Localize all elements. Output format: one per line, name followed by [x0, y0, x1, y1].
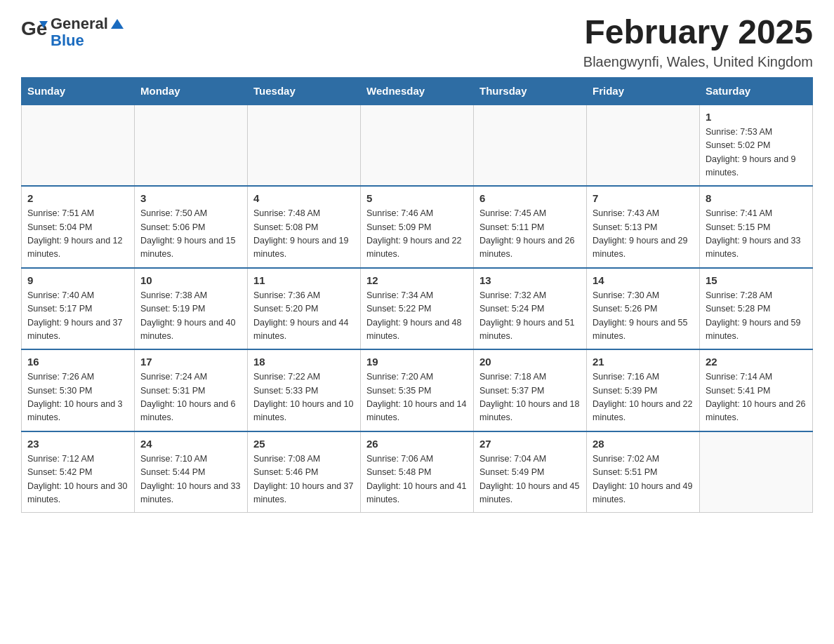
day-info: Sunrise: 7:08 AM Sunset: 5:46 PM Dayligh…	[253, 452, 355, 507]
col-saturday: Saturday	[700, 77, 813, 105]
table-row: 17Sunrise: 7:24 AM Sunset: 5:31 PM Dayli…	[135, 349, 248, 431]
day-info: Sunrise: 7:43 AM Sunset: 5:13 PM Dayligh…	[593, 207, 694, 262]
day-info: Sunrise: 7:34 AM Sunset: 5:22 PM Dayligh…	[366, 289, 468, 344]
table-row: 14Sunrise: 7:30 AM Sunset: 5:26 PM Dayli…	[587, 268, 700, 350]
table-row: 27Sunrise: 7:04 AM Sunset: 5:49 PM Dayli…	[474, 431, 587, 513]
table-row: 9Sunrise: 7:40 AM Sunset: 5:17 PM Daylig…	[22, 268, 135, 350]
day-number: 2	[27, 192, 128, 204]
day-info: Sunrise: 7:46 AM Sunset: 5:09 PM Dayligh…	[366, 207, 468, 262]
day-number: 1	[706, 111, 807, 123]
table-row: 13Sunrise: 7:32 AM Sunset: 5:24 PM Dayli…	[474, 268, 587, 350]
day-info: Sunrise: 7:36 AM Sunset: 5:20 PM Dayligh…	[253, 289, 355, 344]
table-row: 16Sunrise: 7:26 AM Sunset: 5:30 PM Dayli…	[22, 349, 135, 431]
table-row: 2Sunrise: 7:51 AM Sunset: 5:04 PM Daylig…	[22, 186, 135, 268]
col-sunday: Sunday	[22, 77, 135, 105]
day-info: Sunrise: 7:26 AM Sunset: 5:30 PM Dayligh…	[27, 370, 128, 425]
day-number: 22	[706, 356, 807, 368]
day-info: Sunrise: 7:32 AM Sunset: 5:24 PM Dayligh…	[479, 289, 581, 344]
col-monday: Monday	[135, 77, 248, 105]
day-number: 5	[366, 192, 468, 204]
month-title: February 2025	[583, 14, 813, 51]
table-row: 24Sunrise: 7:10 AM Sunset: 5:44 PM Dayli…	[135, 431, 248, 513]
day-number: 8	[706, 192, 807, 204]
svg-text:General: General	[21, 18, 48, 39]
day-number: 6	[479, 192, 581, 204]
logo-triangle-icon	[110, 16, 125, 32]
day-number: 14	[593, 274, 694, 286]
table-row: 10Sunrise: 7:38 AM Sunset: 5:19 PM Dayli…	[135, 268, 248, 350]
day-info: Sunrise: 7:06 AM Sunset: 5:48 PM Dayligh…	[366, 452, 468, 507]
day-info: Sunrise: 7:38 AM Sunset: 5:19 PM Dayligh…	[140, 289, 241, 344]
day-number: 4	[253, 192, 355, 204]
table-row: 1Sunrise: 7:53 AM Sunset: 5:02 PM Daylig…	[700, 105, 813, 187]
day-info: Sunrise: 7:40 AM Sunset: 5:17 PM Dayligh…	[27, 289, 128, 344]
table-row	[361, 105, 474, 187]
day-info: Sunrise: 7:20 AM Sunset: 5:35 PM Dayligh…	[366, 370, 468, 425]
day-number: 27	[479, 438, 581, 450]
day-number: 12	[366, 274, 468, 286]
col-tuesday: Tuesday	[248, 77, 361, 105]
table-row: 20Sunrise: 7:18 AM Sunset: 5:37 PM Dayli…	[474, 349, 587, 431]
page-header: General General Blue February 2025 Blaen…	[21, 14, 813, 70]
day-info: Sunrise: 7:14 AM Sunset: 5:41 PM Dayligh…	[706, 370, 807, 425]
day-number: 7	[593, 192, 694, 204]
col-friday: Friday	[587, 77, 700, 105]
day-info: Sunrise: 7:22 AM Sunset: 5:33 PM Dayligh…	[253, 370, 355, 425]
calendar-week-row: 16Sunrise: 7:26 AM Sunset: 5:30 PM Dayli…	[22, 349, 813, 431]
logo-blue-text: Blue	[51, 32, 84, 49]
table-row: 21Sunrise: 7:16 AM Sunset: 5:39 PM Dayli…	[587, 349, 700, 431]
table-row: 8Sunrise: 7:41 AM Sunset: 5:15 PM Daylig…	[700, 186, 813, 268]
day-info: Sunrise: 7:10 AM Sunset: 5:44 PM Dayligh…	[140, 452, 241, 507]
day-number: 18	[253, 356, 355, 368]
calendar-week-row: 23Sunrise: 7:12 AM Sunset: 5:42 PM Dayli…	[22, 431, 813, 513]
table-row: 15Sunrise: 7:28 AM Sunset: 5:28 PM Dayli…	[700, 268, 813, 350]
table-row	[474, 105, 587, 187]
day-info: Sunrise: 7:18 AM Sunset: 5:37 PM Dayligh…	[479, 370, 581, 425]
table-row: 4Sunrise: 7:48 AM Sunset: 5:08 PM Daylig…	[248, 186, 361, 268]
logo-general-text: General	[51, 15, 108, 32]
svg-marker-2	[111, 19, 124, 29]
day-number: 25	[253, 438, 355, 450]
table-row: 5Sunrise: 7:46 AM Sunset: 5:09 PM Daylig…	[361, 186, 474, 268]
day-info: Sunrise: 7:04 AM Sunset: 5:49 PM Dayligh…	[479, 452, 581, 507]
table-row: 11Sunrise: 7:36 AM Sunset: 5:20 PM Dayli…	[248, 268, 361, 350]
table-row: 28Sunrise: 7:02 AM Sunset: 5:51 PM Dayli…	[587, 431, 700, 513]
table-row	[135, 105, 248, 187]
day-info: Sunrise: 7:48 AM Sunset: 5:08 PM Dayligh…	[253, 207, 355, 262]
table-row: 18Sunrise: 7:22 AM Sunset: 5:33 PM Dayli…	[248, 349, 361, 431]
day-number: 16	[27, 356, 128, 368]
calendar-table: Sunday Monday Tuesday Wednesday Thursday…	[21, 77, 813, 514]
table-row: 3Sunrise: 7:50 AM Sunset: 5:06 PM Daylig…	[135, 186, 248, 268]
day-info: Sunrise: 7:51 AM Sunset: 5:04 PM Dayligh…	[27, 207, 128, 262]
day-info: Sunrise: 7:02 AM Sunset: 5:51 PM Dayligh…	[593, 452, 694, 507]
table-row: 26Sunrise: 7:06 AM Sunset: 5:48 PM Dayli…	[361, 431, 474, 513]
day-number: 20	[479, 356, 581, 368]
table-row	[700, 431, 813, 513]
location-text: Blaengwynfi, Wales, United Kingdom	[583, 54, 813, 70]
day-info: Sunrise: 7:50 AM Sunset: 5:06 PM Dayligh…	[140, 207, 241, 262]
calendar-week-row: 2Sunrise: 7:51 AM Sunset: 5:04 PM Daylig…	[22, 186, 813, 268]
logo: General General Blue	[21, 14, 125, 49]
day-info: Sunrise: 7:41 AM Sunset: 5:15 PM Dayligh…	[706, 207, 807, 262]
day-info: Sunrise: 7:24 AM Sunset: 5:31 PM Dayligh…	[140, 370, 241, 425]
table-row: 7Sunrise: 7:43 AM Sunset: 5:13 PM Daylig…	[587, 186, 700, 268]
table-row	[22, 105, 135, 187]
table-row	[248, 105, 361, 187]
table-row: 12Sunrise: 7:34 AM Sunset: 5:22 PM Dayli…	[361, 268, 474, 350]
logo-icon: General	[21, 15, 48, 48]
day-info: Sunrise: 7:12 AM Sunset: 5:42 PM Dayligh…	[27, 452, 128, 507]
table-row: 22Sunrise: 7:14 AM Sunset: 5:41 PM Dayli…	[700, 349, 813, 431]
day-info: Sunrise: 7:45 AM Sunset: 5:11 PM Dayligh…	[479, 207, 581, 262]
table-row	[587, 105, 700, 187]
calendar-week-row: 1Sunrise: 7:53 AM Sunset: 5:02 PM Daylig…	[22, 105, 813, 187]
table-row: 6Sunrise: 7:45 AM Sunset: 5:11 PM Daylig…	[474, 186, 587, 268]
col-thursday: Thursday	[474, 77, 587, 105]
day-number: 3	[140, 192, 241, 204]
day-info: Sunrise: 7:16 AM Sunset: 5:39 PM Dayligh…	[593, 370, 694, 425]
table-row: 25Sunrise: 7:08 AM Sunset: 5:46 PM Dayli…	[248, 431, 361, 513]
day-number: 10	[140, 274, 241, 286]
day-number: 28	[593, 438, 694, 450]
col-wednesday: Wednesday	[361, 77, 474, 105]
table-row: 19Sunrise: 7:20 AM Sunset: 5:35 PM Dayli…	[361, 349, 474, 431]
day-info: Sunrise: 7:30 AM Sunset: 5:26 PM Dayligh…	[593, 289, 694, 344]
